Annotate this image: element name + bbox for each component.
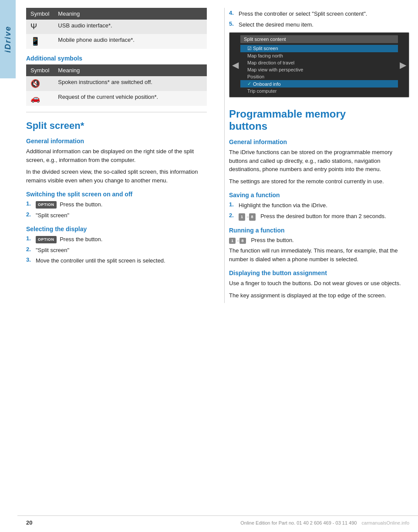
running-label: Running a function: [229, 227, 409, 234]
symbol-location: 🚗: [26, 91, 54, 106]
screenshot-item-north: Map facing north: [240, 52, 398, 59]
mem-dots-run: ···: [237, 239, 239, 243]
saving-step-2: 2. 1 ··· 8 Press the desired button for …: [229, 212, 409, 221]
step-text-sel3: Move the controller until the split scre…: [36, 256, 207, 265]
mem-btn-run-1: 1: [229, 238, 236, 244]
step-num-s2: 2.: [229, 212, 237, 219]
left-column: Symbol Meaning Ψ USB audio interface*. 📱…: [26, 8, 211, 303]
general-info2-text1: The iDrive functions can be stored on th…: [229, 148, 409, 174]
mem-btn-group-run: 1 ··· 8: [229, 238, 247, 244]
symbol-usb: Ψ: [26, 20, 54, 34]
screenshot-item-perspective: Map view with perspective: [240, 66, 398, 73]
general-info-text2: In the divided screen view, the so-calle…: [26, 168, 207, 185]
option-icon-sw1: OPTION: [36, 201, 57, 209]
step-num-r5: 5.: [229, 20, 237, 27]
idrive-label: iDrive: [3, 26, 13, 53]
screenshot-item-position: Position: [240, 73, 398, 80]
screenshot-item-split: ☑ Split screen: [240, 45, 398, 52]
step-num-sel1: 1.: [26, 235, 34, 242]
mem-btn-1: 1: [239, 213, 245, 221]
table-row: Ψ USB audio interface*.: [26, 20, 207, 34]
right-step-5: 5. Select the desired menu item.: [229, 20, 409, 29]
general-info2-label: General information: [229, 138, 409, 145]
symbols-table-2: Symbol Meaning 🔇 Spoken instructions* ar…: [26, 64, 207, 106]
step-text-sel1: OPTION Press the button.: [36, 235, 207, 244]
screenshot-box: ◀ Split screen content ☑ Split screen Ma…: [229, 32, 409, 98]
selecting-step-2: 2. "Split screen": [26, 246, 207, 255]
footer-copyright: Online Edition for Part no. 01 40 2 606 …: [240, 520, 409, 525]
symbols-table-1: Symbol Meaning Ψ USB audio interface*. 📱…: [26, 8, 207, 49]
col-meaning-1: Meaning: [54, 8, 207, 20]
onboard-text: Onboard info: [253, 81, 281, 87]
check-icon: ✓: [247, 81, 251, 87]
table-row: 🔇 Spoken instructions* are switched off.: [26, 76, 207, 91]
meaning-mobile: Mobile phone audio interface*.: [54, 34, 207, 49]
switching-step-2: 2. "Split screen": [26, 211, 207, 220]
col-meaning-2: Meaning: [54, 64, 207, 76]
running-text1: Press the button.: [251, 237, 293, 243]
meaning-usb: USB audio interface*.: [54, 20, 207, 34]
split-screen-title: Split screen*: [26, 120, 207, 131]
option-icon-sel1: OPTION: [36, 236, 57, 244]
step-text-r4: Press the controller or select "Split sc…: [239, 10, 409, 18]
additional-symbols-label: Additional symbols: [26, 55, 207, 62]
symbol-mobile: 📱: [26, 34, 54, 49]
step-text-s1: Highlight the function via the iDrive.: [239, 201, 409, 210]
general-info-label-left: General information: [26, 138, 207, 145]
step-num-sw1: 1.: [26, 200, 34, 207]
step-text-sel2: "Split screen": [36, 246, 207, 255]
symbol-nospeaker: 🔇: [26, 76, 54, 91]
screenshot-item-onboard: ✓ Onboard info: [240, 80, 398, 88]
displaying-text2: The key assignment is displayed at the t…: [229, 291, 409, 300]
table-row: 🚗 Request of the current vehicle positio…: [26, 91, 207, 106]
right-column: 4. Press the controller or select "Split…: [224, 8, 409, 303]
screenshot-arrow-right: ▶: [398, 35, 406, 94]
step-num-sw2: 2.: [26, 211, 34, 218]
selecting-label: Selecting the display: [26, 226, 207, 232]
general-info2-text2: The settings are stored for the remote c…: [229, 177, 409, 186]
saving-step-1: 1. Highlight the function via the iDrive…: [229, 201, 409, 210]
mem-btn-run-8: 8: [239, 238, 246, 244]
mem-dots: ···: [246, 214, 249, 220]
displaying-text1: Use a finger to touch the buttons. Do no…: [229, 279, 409, 288]
meaning-nospeaker: Spoken instructions* are switched off.: [54, 76, 207, 91]
footer: 20 Online Edition for Part no. 01 40 2 6…: [17, 515, 418, 526]
step-text-r5: Select the desired menu item.: [239, 20, 409, 29]
col-symbol-1: Symbol: [26, 8, 54, 20]
saving-label: Saving a function: [229, 192, 409, 199]
step-text-sw2: "Split screen": [36, 211, 207, 220]
mem-btn-8: 8: [249, 213, 256, 221]
screenshot-arrow-left: ◀: [232, 35, 240, 94]
screenshot-title: Split screen content: [240, 35, 398, 43]
step-num-s1: 1.: [229, 201, 237, 208]
step-text-s2: 1 ··· 8 Press the desired button for mor…: [239, 212, 409, 221]
general-info-text1: Additional information can be displayed …: [26, 147, 207, 164]
col-symbol-2: Symbol: [26, 64, 54, 76]
right-step-4: 4. Press the controller or select "Split…: [229, 10, 409, 18]
screenshot-item-direction: Map direction of travel: [240, 59, 398, 66]
step-num-r4: 4.: [229, 10, 237, 16]
page-number: 20: [26, 519, 32, 526]
screenshot-item-trip: Trip computer: [240, 88, 398, 94]
meaning-location: Request of the current vehicle position*…: [54, 91, 207, 106]
switching-step-1: 1. OPTION Press the button.: [26, 200, 207, 209]
step-num-sel2: 2.: [26, 246, 34, 253]
selecting-step-3: 3. Move the controller until the split s…: [26, 256, 207, 265]
programmable-title: Programmable memorybuttons: [229, 108, 409, 132]
table-row: 📱 Mobile phone audio interface*.: [26, 34, 207, 49]
running-icon-row: 1 ··· 8 Press the button.: [229, 236, 409, 244]
running-text2: The function will run immediately. This …: [229, 246, 409, 263]
displaying-label: Displaying the button assignment: [229, 269, 409, 276]
idrive-tab: iDrive: [0, 0, 16, 78]
step-text-sw1: OPTION Press the button.: [36, 200, 207, 209]
switching-label: Switching the split screen on and off: [26, 191, 207, 198]
footer-watermark: carmanualsOnline.info: [362, 520, 409, 525]
step-num-sel3: 3.: [26, 256, 34, 263]
selecting-step-1: 1. OPTION Press the button.: [26, 235, 207, 244]
mem-btn-group-save: 1 ··· 8: [239, 213, 256, 221]
